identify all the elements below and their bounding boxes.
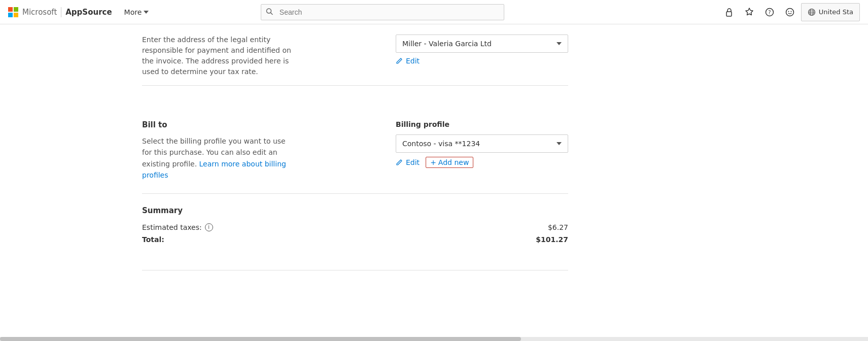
billing-profile-edit-label: Edit xyxy=(406,158,420,166)
region-label: United Sta xyxy=(819,8,853,16)
total-label: Total: xyxy=(142,235,164,244)
svg-point-5 xyxy=(786,8,793,16)
appsource-label: AppSource xyxy=(65,8,112,17)
more-chevron-icon xyxy=(144,11,149,14)
bill-to-right: Billing profile Contoso - visa **1234 Ed… xyxy=(396,120,568,168)
main-content: Enter the address of the legal entity re… xyxy=(0,24,710,270)
billing-profile-dropdown[interactable]: Contoso - visa **1234 xyxy=(396,134,568,153)
add-new-billing-profile-button[interactable]: + Add new xyxy=(426,157,473,168)
microsoft-brand-text: Microsoft xyxy=(22,8,57,17)
billing-address-controls: Miller - Valeria Garcia Ltd Edit xyxy=(396,35,568,65)
search-icon xyxy=(266,8,273,16)
billing-profile-dropdown-value: Contoso - visa **1234 xyxy=(402,140,480,148)
bill-to-section: Bill to Select the billing profile you w… xyxy=(142,106,568,194)
billing-address-dropdown[interactable]: Miller - Valeria Garcia Ltd xyxy=(396,35,568,53)
help-icon-button[interactable]: ? xyxy=(760,3,779,21)
bottom-divider xyxy=(142,270,568,270)
billing-profile-dropdown-chevron xyxy=(557,142,562,145)
billing-profile-actions: Edit + Add new xyxy=(396,157,568,168)
estimated-taxes-label: Estimated taxes: xyxy=(142,223,202,231)
billing-address-description: Enter the address of the legal entity re… xyxy=(142,35,294,77)
add-icon: + xyxy=(430,159,436,166)
more-menu-button[interactable]: More xyxy=(120,6,153,18)
microsoft-logo[interactable]: Microsoft xyxy=(8,7,57,17)
search-container xyxy=(261,4,504,20)
billing-profile-edit-link[interactable]: Edit xyxy=(396,158,420,166)
summary-section: Summary Estimated taxes: i $6.27 Total: … xyxy=(142,194,568,258)
svg-point-7 xyxy=(790,11,791,12)
total-row: Total: $101.27 xyxy=(142,235,568,244)
smiley-icon-button[interactable] xyxy=(781,3,799,21)
svg-text:?: ? xyxy=(768,10,771,15)
billing-address-dropdown-value: Miller - Valeria Garcia Ltd xyxy=(402,40,492,48)
billing-address-section: Enter the address of the legal entity re… xyxy=(142,24,568,86)
add-new-label: Add new xyxy=(438,158,469,166)
region-button[interactable]: United Sta xyxy=(801,3,860,21)
billing-profile-heading: Billing profile xyxy=(396,120,568,128)
billing-address-dropdown-chevron xyxy=(557,42,562,45)
billing-address-edit-link[interactable]: Edit xyxy=(396,57,568,65)
bill-to-description: Select the billing profile you want to u… xyxy=(142,135,294,181)
summary-heading: Summary xyxy=(142,206,568,215)
navbar-divider xyxy=(61,7,61,17)
bill-to-heading: Bill to xyxy=(142,120,294,129)
lock-icon-button[interactable] xyxy=(720,3,738,21)
billing-address-edit-label: Edit xyxy=(406,57,420,65)
estimated-taxes-label-group: Estimated taxes: i xyxy=(142,223,213,231)
search-input[interactable] xyxy=(261,4,504,20)
estimated-taxes-info-icon[interactable]: i xyxy=(205,223,213,231)
svg-line-1 xyxy=(270,13,272,15)
more-label: More xyxy=(124,8,142,16)
favorite-icon-button[interactable] xyxy=(740,3,758,21)
bill-to-left: Bill to Select the billing profile you w… xyxy=(142,120,294,181)
microsoft-grid-icon xyxy=(8,7,18,17)
total-value: $101.27 xyxy=(536,235,568,244)
estimated-taxes-value: $6.27 xyxy=(548,223,568,231)
svg-point-6 xyxy=(788,11,789,12)
estimated-taxes-row: Estimated taxes: i $6.27 xyxy=(142,223,568,231)
navbar-actions: ? United Sta xyxy=(720,3,860,21)
svg-rect-2 xyxy=(726,12,732,16)
navbar: Microsoft AppSource More xyxy=(0,0,868,24)
